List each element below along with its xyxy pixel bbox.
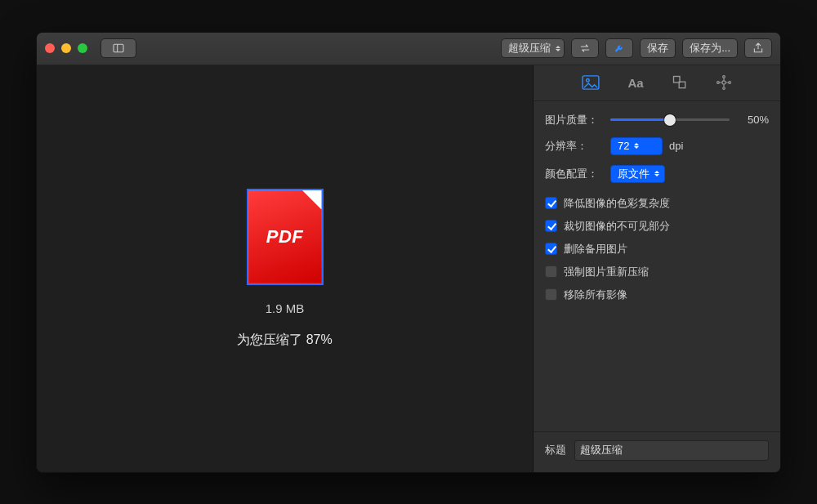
color-profile-select[interactable]: 原文件 [610, 165, 665, 183]
svg-rect-0 [114, 44, 123, 51]
title-input[interactable] [574, 440, 769, 461]
svg-point-8 [722, 87, 725, 90]
save-as-button[interactable]: 保存为... [682, 38, 738, 58]
window-controls [45, 43, 87, 53]
quality-label: 图片质量： [545, 113, 604, 127]
svg-point-10 [728, 82, 730, 84]
chevron-updown-icon [634, 143, 639, 149]
swap-button[interactable] [571, 38, 599, 58]
checkbox-checked-icon [545, 197, 557, 209]
shapes-icon [672, 74, 688, 91]
image-icon [582, 75, 600, 90]
sidebar-icon [112, 42, 125, 55]
titlebar: 超级压缩 保存 保存为... [37, 33, 780, 65]
sidebar-toggle-button[interactable] [100, 38, 136, 58]
resolution-value: 72 [618, 140, 629, 152]
inspector-panel: Aa 图片质量： 50% [534, 65, 780, 472]
close-icon[interactable] [45, 43, 55, 53]
svg-point-3 [587, 79, 590, 83]
checkbox-label: 删除备用图片 [564, 242, 627, 256]
preview-canvas: PDF 1.9 MB 为您压缩了 87% [37, 65, 534, 472]
options-list: 降低图像的色彩复杂度裁切图像的不可见部分删除备用图片强制图片重新压缩移除所有影像 [545, 196, 769, 302]
checkbox-label: 裁切图像的不可见部分 [564, 219, 670, 234]
svg-point-9 [717, 82, 719, 84]
app-window: 超级压缩 保存 保存为... PDF 1.9 MB 为您压缩了 87% [36, 32, 781, 473]
checkbox-checked-icon [545, 220, 557, 232]
preset-label: 超级压缩 [508, 41, 551, 56]
wrench-icon [613, 42, 626, 55]
checkbox-option-0[interactable]: 降低图像的色彩复杂度 [545, 196, 769, 211]
resolution-unit: dpi [669, 140, 683, 152]
pdf-badge: PDF [266, 226, 304, 248]
resolution-select[interactable]: 72 [610, 137, 663, 155]
network-icon [716, 74, 732, 91]
checkbox-label: 降低图像的色彩复杂度 [564, 196, 670, 211]
title-label: 标题 [545, 443, 566, 457]
share-icon [752, 42, 765, 55]
checkbox-unchecked-icon [545, 288, 557, 301]
tools-button[interactable] [605, 38, 633, 58]
inspector-footer: 标题 [534, 431, 780, 472]
svg-point-7 [722, 76, 725, 78]
savings-text: 为您压缩了 87% [237, 332, 332, 349]
resolution-row: 分辨率： 72 dpi [545, 137, 769, 155]
chevron-updown-icon [556, 46, 560, 51]
inspector-tabs: Aa [534, 65, 780, 101]
checkbox-option-1[interactable]: 裁切图像的不可见部分 [545, 219, 769, 234]
checkbox-unchecked-icon [545, 265, 557, 278]
text-icon: Aa [627, 76, 643, 90]
image-panel: 图片质量： 50% 分辨率： 72 dpi [534, 101, 780, 310]
color-value: 原文件 [618, 167, 650, 181]
quality-value: 50% [736, 114, 769, 126]
svg-point-6 [722, 81, 725, 84]
tab-objects[interactable] [672, 74, 688, 91]
color-label: 颜色配置： [545, 167, 604, 181]
save-label: 保存 [647, 41, 668, 56]
checkbox-option-4[interactable]: 移除所有影像 [545, 288, 769, 302]
tab-image[interactable] [582, 75, 600, 90]
quality-row: 图片质量： 50% [545, 113, 769, 127]
save-button[interactable]: 保存 [640, 38, 676, 58]
save-as-label: 保存为... [690, 41, 730, 56]
quality-slider[interactable] [610, 114, 730, 127]
document-thumbnail[interactable]: PDF [247, 189, 324, 285]
checkbox-label: 强制图片重新压缩 [564, 265, 649, 279]
swap-icon [578, 42, 592, 55]
chevron-updown-icon [654, 171, 659, 176]
minimize-icon[interactable] [61, 43, 71, 53]
resolution-label: 分辨率： [545, 139, 604, 154]
checkbox-option-2[interactable]: 删除备用图片 [545, 242, 769, 256]
checkbox-option-3[interactable]: 强制图片重新压缩 [545, 265, 769, 279]
tab-advanced[interactable] [716, 74, 732, 91]
color-row: 颜色配置： 原文件 [545, 165, 769, 183]
preset-select[interactable]: 超级压缩 [501, 38, 565, 58]
window-body: PDF 1.9 MB 为您压缩了 87% Aa [37, 65, 780, 472]
tab-fonts[interactable]: Aa [627, 76, 643, 90]
checkbox-checked-icon [545, 243, 557, 255]
maximize-icon[interactable] [78, 43, 87, 53]
filesize-text: 1.9 MB [266, 301, 305, 315]
checkbox-label: 移除所有影像 [564, 288, 627, 302]
share-button[interactable] [744, 38, 772, 58]
